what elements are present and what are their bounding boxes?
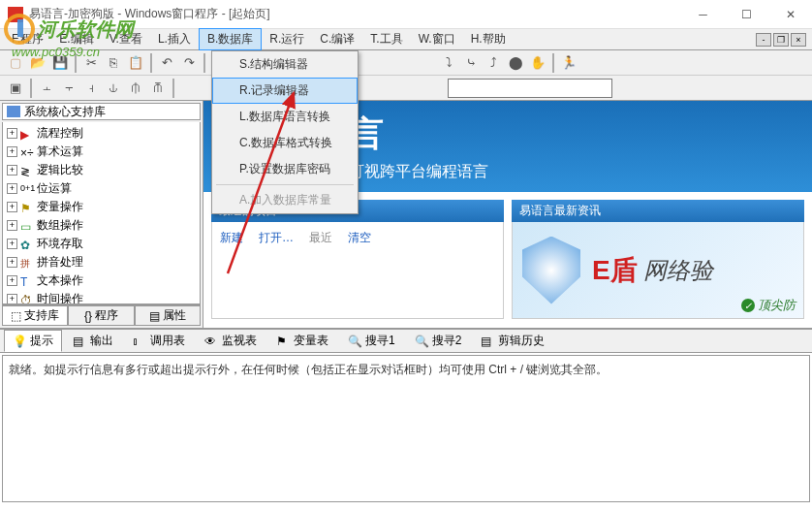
combo-selector[interactable] bbox=[448, 79, 612, 98]
dropdown-format-convert[interactable]: C.数据库格式转换 bbox=[212, 130, 358, 156]
sidetab-support[interactable]: ⬚支持库 bbox=[2, 305, 68, 326]
close-button[interactable]: ✕ bbox=[768, 0, 812, 29]
step-out-icon[interactable]: ⤴ bbox=[484, 53, 503, 73]
tree-node: +0+1位运算 bbox=[3, 179, 200, 198]
dropdown-set-password[interactable]: P.设置数据库密码 bbox=[212, 156, 358, 182]
panel-recent: 最近的项目 新建 打开… 最近 清空 bbox=[211, 200, 504, 319]
mdi-minimize[interactable]: - bbox=[756, 33, 771, 47]
hint-content: 就绪。如提示行信息有多行或超出提示行外，在任何时候（包括正在显示对话框时）均可使… bbox=[2, 355, 810, 502]
btab-clipboard[interactable]: ▤剪辑历史 bbox=[472, 330, 553, 352]
clip-icon: ▤ bbox=[481, 335, 494, 348]
link-clear[interactable]: 清空 bbox=[348, 230, 371, 246]
menu-compile[interactable]: C.编译 bbox=[312, 29, 362, 49]
menu-window[interactable]: W.窗口 bbox=[411, 29, 463, 49]
panel-news: 易语言最新资讯 E盾 网络验 ✓顶尖防 bbox=[512, 200, 804, 319]
expand-icon[interactable]: + bbox=[7, 128, 17, 139]
sidetab-program[interactable]: {}程序 bbox=[68, 305, 134, 326]
code-icon: {} bbox=[84, 309, 92, 323]
expand-icon[interactable]: + bbox=[7, 275, 17, 286]
save-icon[interactable]: 💾 bbox=[50, 53, 70, 73]
sidetab-properties[interactable]: ▤属性 bbox=[135, 305, 201, 326]
tree-node: +≷逻辑比较 bbox=[3, 161, 200, 179]
expand-icon[interactable]: + bbox=[7, 294, 17, 304]
tree-node: +×÷算术运算 bbox=[3, 143, 200, 161]
watch-icon: 👁 bbox=[204, 335, 218, 348]
expand-icon[interactable]: + bbox=[7, 239, 17, 249]
mdi-close[interactable]: × bbox=[791, 33, 806, 47]
maximize-button[interactable]: ☐ bbox=[725, 0, 768, 29]
menu-file[interactable]: F.程序 bbox=[4, 29, 51, 49]
menu-run[interactable]: R.运行 bbox=[262, 29, 312, 49]
link-new[interactable]: 新建 bbox=[220, 230, 243, 246]
toolbar-main: ▢ 📂 💾 ✂ ⎘ 📋 ↶ ↷ 🔍 ⤵ ⤷ ⤴ ⬤ ✋ 🏃 bbox=[0, 50, 812, 76]
link-open[interactable]: 打开… bbox=[259, 230, 294, 246]
btab-hint[interactable]: 💡提示 bbox=[4, 330, 62, 352]
link-recent[interactable]: 最近 bbox=[309, 230, 332, 246]
hand-icon[interactable]: ✋ bbox=[528, 53, 547, 73]
minimize-button[interactable]: ─ bbox=[681, 0, 725, 29]
tree-view[interactable]: +▶流程控制 +×÷算术运算 +≷逻辑比较 +0+1位运算 +⚑变量操作 +▭数… bbox=[2, 122, 201, 304]
tree-node: +拼拼音处理 bbox=[3, 253, 200, 271]
expand-icon[interactable]: + bbox=[7, 202, 17, 212]
step-into-icon[interactable]: ⤷ bbox=[461, 53, 481, 73]
run-special-icon[interactable]: 🏃 bbox=[559, 53, 578, 73]
new-icon[interactable]: ▢ bbox=[6, 53, 25, 73]
dropdown-structure-editor[interactable]: S.结构编辑器 bbox=[212, 51, 358, 78]
window-title: 易语言-加密狗版 - Windows窗口程序 - [起始页] bbox=[29, 6, 270, 22]
align-center-icon[interactable]: ⫟ bbox=[59, 79, 78, 98]
sidebar-header: 系统核心支持库 bbox=[2, 103, 201, 120]
align-left-icon[interactable]: ⫠ bbox=[37, 79, 56, 98]
window-icon[interactable]: ▣ bbox=[6, 79, 25, 98]
stack-icon: ⫾ bbox=[133, 335, 146, 348]
expand-icon[interactable]: + bbox=[7, 220, 17, 231]
align-bottom-icon[interactable]: ⫚ bbox=[148, 79, 168, 98]
tree-node: +⚑变量操作 bbox=[3, 198, 200, 216]
expand-icon[interactable]: + bbox=[7, 257, 17, 268]
cut-icon[interactable]: ✂ bbox=[81, 53, 101, 73]
copy-icon[interactable]: ⎘ bbox=[104, 53, 123, 73]
align-top-icon[interactable]: ⫝ bbox=[104, 79, 123, 98]
menu-edit[interactable]: E.编辑 bbox=[51, 29, 101, 49]
dropdown-record-editor[interactable]: R.记录编辑器 bbox=[212, 78, 358, 104]
menu-bar: F.程序 E.编辑 V.查看 L.插入 B.数据库 R.运行 C.编译 T.工具… bbox=[0, 29, 812, 50]
tree-node: +⏱时间操作 bbox=[3, 290, 200, 304]
dropdown-separator bbox=[216, 184, 354, 185]
dropdown-lang-convert[interactable]: L.数据库语言转换 bbox=[212, 104, 358, 130]
expand-icon[interactable]: + bbox=[7, 165, 17, 176]
btab-vars[interactable]: ⚑变量表 bbox=[267, 330, 337, 352]
menu-insert[interactable]: L.插入 bbox=[150, 29, 199, 49]
breakpoint-icon[interactable]: ⬤ bbox=[506, 53, 525, 73]
paste-icon[interactable]: 📋 bbox=[126, 53, 145, 73]
menu-database[interactable]: B.数据库 bbox=[199, 28, 262, 50]
mdi-restore[interactable]: ❐ bbox=[773, 33, 789, 47]
search-icon: 🔍 bbox=[415, 335, 428, 348]
btab-watch[interactable]: 👁监视表 bbox=[196, 330, 265, 352]
search-icon: 🔍 bbox=[348, 335, 361, 348]
shield-icon bbox=[522, 237, 580, 304]
redo-icon[interactable]: ↷ bbox=[179, 53, 199, 73]
open-icon[interactable]: 📂 bbox=[28, 53, 47, 73]
props-icon: ▤ bbox=[149, 309, 160, 323]
btab-search1[interactable]: 🔍搜寻1 bbox=[339, 330, 404, 352]
menu-tools[interactable]: T.工具 bbox=[362, 29, 410, 49]
book-icon bbox=[7, 106, 20, 117]
title-bar: 易语言-加密狗版 - Windows窗口程序 - [起始页] ─ ☐ ✕ bbox=[0, 0, 812, 29]
ad-banner[interactable]: E盾 网络验 ✓顶尖防 bbox=[513, 222, 803, 318]
btab-search2[interactable]: 🔍搜寻2 bbox=[406, 330, 471, 352]
bulb-icon: 💡 bbox=[13, 335, 26, 348]
tree-node: +▭数组操作 bbox=[3, 216, 200, 235]
menu-view[interactable]: V.查看 bbox=[102, 29, 150, 49]
undo-icon[interactable]: ↶ bbox=[157, 53, 176, 73]
menu-help[interactable]: H.帮助 bbox=[463, 29, 514, 49]
book-icon: ⬚ bbox=[11, 309, 21, 323]
btab-callstack[interactable]: ⫾调用表 bbox=[124, 330, 194, 352]
step-over-icon[interactable]: ⤵ bbox=[439, 53, 458, 73]
btab-output[interactable]: ▤输出 bbox=[64, 330, 122, 352]
app-icon bbox=[8, 7, 23, 22]
align-right-icon[interactable]: ⫞ bbox=[81, 79, 101, 98]
expand-icon[interactable]: + bbox=[7, 183, 17, 194]
align-middle-icon[interactable]: ⫛ bbox=[126, 79, 145, 98]
dropdown-add-constant: A.加入数据库常量 bbox=[212, 187, 358, 213]
tree-node: +T文本操作 bbox=[3, 271, 200, 290]
expand-icon[interactable]: + bbox=[7, 146, 17, 157]
